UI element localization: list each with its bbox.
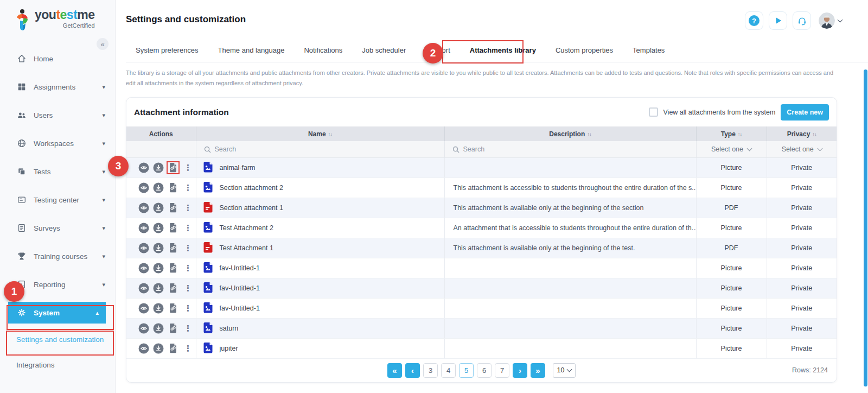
vertical-scrollbar[interactable]: [864, 69, 867, 386]
next-page-button[interactable]: ›: [513, 363, 527, 378]
download-attachment-button[interactable]: [153, 243, 164, 253]
download-attachment-button[interactable]: [153, 182, 164, 193]
column-header-type[interactable]: Type↑↓: [696, 126, 767, 141]
table-row: ⋮Section attachment 2This attachment is …: [126, 178, 837, 198]
preview-attachment-button[interactable]: [138, 303, 149, 314]
tab-custom-properties[interactable]: Custom properties: [546, 41, 623, 62]
last-page-button[interactable]: »: [531, 363, 545, 378]
sidebar-item-integrations[interactable]: Integrations: [0, 352, 115, 378]
copy-link-button[interactable]: [168, 343, 178, 354]
preview-attachment-button[interactable]: [138, 182, 149, 193]
sidebar-item-label: Workspaces: [34, 140, 74, 148]
copy-link-button[interactable]: [168, 202, 178, 213]
row-menu-icon[interactable]: ⋮: [182, 344, 194, 353]
sidebar-item-settings-and-customization[interactable]: Settings and customization: [0, 327, 115, 352]
row-menu-icon[interactable]: ⋮: [182, 243, 194, 253]
preview-attachment-button[interactable]: [138, 223, 149, 233]
support-button[interactable]: [793, 11, 811, 30]
tab-job-scheduler[interactable]: Job scheduler: [352, 41, 416, 62]
chevron-down-icon: ▾: [102, 84, 105, 91]
row-menu-icon[interactable]: ⋮: [182, 263, 194, 273]
sidebar-item-assignments[interactable]: Assignments▾: [0, 73, 115, 101]
system-icon: [16, 308, 27, 318]
description-search-input[interactable]: [463, 145, 671, 153]
filter-actions-empty: [126, 141, 196, 157]
name-search-input[interactable]: [215, 145, 419, 153]
row-menu-icon[interactable]: ⋮: [182, 203, 194, 213]
copy-link-button[interactable]: [168, 162, 178, 173]
page-button-3[interactable]: 3: [423, 363, 438, 378]
row-menu-icon[interactable]: ⋮: [182, 324, 194, 333]
page-button-4[interactable]: 4: [441, 363, 456, 378]
sidebar-item-testing-center[interactable]: Testing center▾: [0, 186, 115, 214]
first-page-button[interactable]: «: [387, 363, 402, 378]
download-attachment-button[interactable]: [153, 343, 164, 354]
attachment-description: This attachment is available only at the…: [444, 238, 696, 258]
column-header-privacy[interactable]: Privacy↑↓: [767, 126, 837, 141]
download-attachment-button[interactable]: [153, 263, 164, 274]
tab-theme-and-language[interactable]: Theme and language: [208, 41, 295, 62]
row-menu-icon[interactable]: ⋮: [182, 163, 194, 173]
page-button-6[interactable]: 6: [477, 363, 492, 378]
sidebar-item-surveys[interactable]: Surveys▾: [0, 214, 115, 242]
column-header-description[interactable]: Description↑↓: [444, 126, 696, 141]
download-attachment-button[interactable]: [153, 202, 164, 213]
page-button-5[interactable]: 5: [459, 363, 474, 378]
attachment-description: [444, 318, 696, 338]
play-icon: [773, 16, 783, 26]
preview-attachment-button[interactable]: [138, 202, 149, 213]
attachment-description: [444, 298, 696, 318]
sidebar-collapse-button[interactable]: «: [97, 38, 108, 50]
picture-file-icon: [203, 302, 213, 315]
copy-link-button[interactable]: [168, 223, 178, 233]
attachment-type: Picture: [696, 178, 767, 198]
privacy-filter-select[interactable]: Select one: [767, 145, 837, 153]
download-attachment-button[interactable]: [153, 323, 164, 334]
sidebar-item-users[interactable]: Users▾: [0, 101, 115, 129]
download-attachment-button[interactable]: [153, 223, 164, 233]
sidebar-item-tests[interactable]: Tests▾: [0, 157, 115, 186]
page-button-7[interactable]: 7: [495, 363, 509, 378]
help-button[interactable]: ?: [745, 11, 763, 30]
user-menu[interactable]: [819, 12, 842, 29]
copy-link-button[interactable]: [168, 243, 178, 253]
attachment-privacy: Private: [767, 198, 837, 218]
sidebar-item-training-courses[interactable]: Training courses▾: [0, 242, 115, 270]
preview-attachment-button[interactable]: [138, 283, 149, 294]
column-header-name[interactable]: Name↑↓: [196, 126, 444, 141]
create-new-button[interactable]: Create new: [781, 104, 829, 121]
tab-templates[interactable]: Templates: [623, 41, 674, 62]
tab-notifications[interactable]: Notifications: [294, 41, 352, 62]
copy-link-button[interactable]: [168, 182, 178, 193]
sidebar-item-home[interactable]: Home: [0, 45, 115, 73]
filter-description-cell: [444, 141, 696, 157]
attachment-privacy: Private: [767, 178, 837, 198]
tutorial-play-button[interactable]: [769, 11, 787, 30]
row-menu-icon[interactable]: ⋮: [182, 303, 194, 313]
download-attachment-button[interactable]: [153, 283, 164, 294]
preview-attachment-button[interactable]: [138, 323, 149, 334]
row-menu-icon[interactable]: ⋮: [182, 283, 194, 293]
download-attachment-button[interactable]: [153, 162, 164, 173]
copy-link-button[interactable]: [168, 263, 178, 274]
preview-attachment-button[interactable]: [138, 263, 149, 274]
row-menu-icon[interactable]: ⋮: [182, 223, 194, 233]
tab-system-preferences[interactable]: System preferences: [126, 41, 208, 62]
preview-attachment-button[interactable]: [138, 162, 149, 173]
page-size-select[interactable]: 10: [553, 363, 576, 378]
sidebar-item-workspaces[interactable]: Workspaces▾: [0, 129, 115, 157]
copy-link-button[interactable]: [168, 323, 178, 334]
previous-page-button[interactable]: ‹: [405, 363, 420, 378]
tab-attachments-library[interactable]: Attachments library: [460, 41, 546, 62]
copy-link-button[interactable]: [168, 303, 178, 314]
download-attachment-button[interactable]: [153, 303, 164, 314]
preview-attachment-button[interactable]: [138, 243, 149, 253]
main-content: Settings and customization ?: [116, 0, 868, 393]
row-menu-icon[interactable]: ⋮: [182, 183, 194, 193]
view-all-checkbox[interactable]: [649, 107, 658, 117]
table-row: ⋮Test Attachment 2An attachment that is …: [126, 218, 837, 238]
sidebar-item-system[interactable]: System▴: [8, 302, 106, 324]
preview-attachment-button[interactable]: [138, 343, 149, 354]
type-filter-select[interactable]: Select one: [697, 145, 767, 153]
copy-link-button[interactable]: [168, 283, 178, 294]
